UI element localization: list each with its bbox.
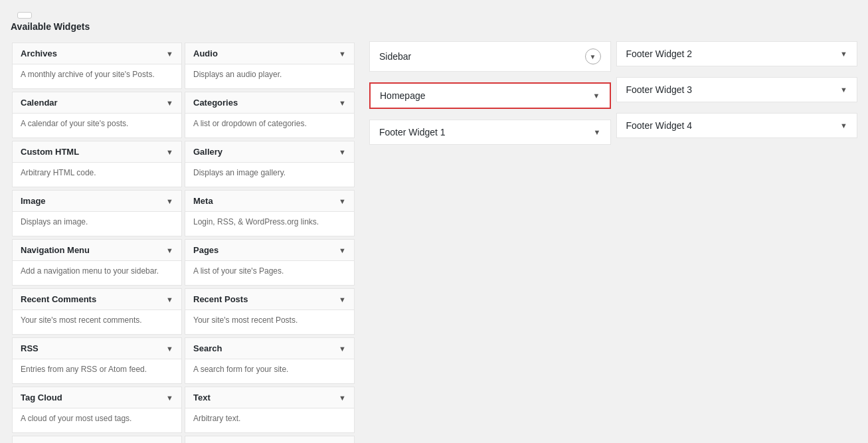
widget-header[interactable]: Archives ▼ — [13, 43, 181, 64]
widget-chevron-icon: ▼ — [166, 50, 173, 58]
widget-item: Recent Posts ▼ Your site's most recent P… — [185, 288, 355, 335]
widget-desc: Your site's most recent Posts. — [185, 310, 354, 334]
widget-header[interactable]: Text ▼ — [185, 387, 354, 408]
available-widgets-title: Available Widgets — [0, 21, 868, 33]
widget-item: Pages ▼ A list of your site's Pages. — [185, 239, 355, 286]
sidebar-area-footer-widget-1[interactable]: Footer Widget 1 ▼ — [369, 120, 611, 145]
sidebar-area-footer-widget-3[interactable]: Footer Widget 3 ▼ — [616, 77, 858, 102]
widget-name: Archives — [21, 48, 57, 58]
widget-item: Tag Cloud ▼ A cloud of your most used ta… — [12, 387, 182, 433]
widget-item: Recent Comments ▼ Your site's most recen… — [12, 288, 182, 335]
widget-item: Categories ▼ A list or dropdown of categ… — [185, 92, 355, 138]
widget-item: Text ▼ Arbitrary text. — [185, 387, 355, 433]
widget-chevron-icon: ▼ — [166, 246, 173, 254]
widget-desc: Arbitrary text. — [185, 408, 354, 432]
sidebar-area-footer-widget-4[interactable]: Footer Widget 4 ▼ — [616, 113, 858, 138]
widget-header[interactable]: Recent Posts ▼ — [185, 289, 354, 310]
widget-name: Text — [193, 393, 211, 402]
widget-item: Audio ▼ Displays an audio player. — [185, 43, 355, 89]
widget-chevron-icon: ▼ — [339, 50, 346, 58]
widget-chevron-icon: ▼ — [339, 296, 346, 304]
widget-item: Image ▼ Displays an image. — [12, 190, 182, 236]
widget-desc: A list of your site's Pages. — [185, 261, 354, 285]
widget-header[interactable]: Custom HTML ▼ — [13, 141, 181, 163]
widget-header[interactable]: Calendar ▼ — [13, 92, 181, 114]
widget-header[interactable]: RSS ▼ — [13, 338, 181, 359]
widget-header[interactable]: Gallery ▼ — [185, 141, 354, 163]
sidebar-chevron-icon: ▼ — [840, 86, 847, 94]
widget-item: Custom HTML ▼ Arbitrary HTML code. — [12, 141, 182, 187]
widget-item: Meta ▼ Login, RSS, & WordPress.org links… — [185, 190, 355, 236]
widget-chevron-icon: ▼ — [166, 394, 173, 402]
widget-header[interactable]: Audio ▼ — [185, 43, 354, 64]
widget-name: Tag Cloud — [21, 393, 62, 402]
widget-chevron-icon: ▼ — [339, 394, 346, 402]
widget-item: Calendar ▼ A calendar of your site's pos… — [12, 92, 182, 138]
sidebar-area-footer-widget-2[interactable]: Footer Widget 2 ▼ — [616, 41, 858, 66]
widget-name: Image — [21, 196, 46, 206]
widget-header[interactable]: Image ▼ — [13, 191, 181, 212]
widget-desc: A calendar of your site's posts. — [13, 114, 181, 137]
widget-desc: Displays an image. — [13, 212, 181, 236]
page-header — [0, 5, 868, 21]
sidebar-area-name: Footer Widget 3 — [626, 84, 693, 95]
widget-name: Audio — [193, 48, 218, 58]
widget-desc: A list or dropdown of categories. — [185, 114, 354, 137]
manage-live-preview-button[interactable] — [17, 12, 32, 19]
sidebar-areas-grid: Sidebar ▼ Homepage ▼ Footer Widget 1 ▼ F… — [369, 41, 857, 150]
top-bar — [0, 0, 868, 5]
widget-item: Video ▼ — [12, 436, 182, 443]
widget-header[interactable]: Navigation Menu ▼ — [13, 240, 181, 261]
widget-chevron-icon: ▼ — [166, 99, 173, 107]
widget-item: Search ▼ A search form for your site. — [185, 337, 355, 384]
widget-desc: Displays an audio player. — [185, 64, 354, 88]
widgets-panel: Archives ▼ A monthly archive of your sit… — [11, 41, 356, 443]
sidebar-area-name: Homepage — [380, 90, 426, 101]
widget-name: Navigation Menu — [21, 245, 90, 255]
widget-desc: A search form for your site. — [185, 359, 354, 383]
widget-name: RSS — [21, 343, 39, 353]
sidebar-circle-btn[interactable]: ▼ — [585, 48, 601, 64]
widget-item: [Shapely] Call for Action Section For Fr… — [185, 436, 355, 443]
widget-desc: Arbitrary HTML code. — [13, 163, 181, 187]
widget-header[interactable]: Tag Cloud ▼ — [13, 387, 181, 408]
widget-header[interactable]: Categories ▼ — [185, 92, 354, 114]
sidebar-chevron-icon: ▼ — [593, 92, 600, 100]
widget-chevron-icon: ▼ — [339, 99, 346, 107]
widget-desc: A cloud of your most used tags. — [13, 408, 181, 432]
widget-header[interactable]: Video ▼ — [13, 436, 181, 443]
widget-header[interactable]: Recent Comments ▼ — [13, 289, 181, 310]
widget-desc: A monthly archive of your site's Posts. — [13, 64, 181, 88]
main-layout: Archives ▼ A monthly archive of your sit… — [0, 41, 868, 443]
widget-chevron-icon: ▼ — [166, 296, 173, 304]
widget-header[interactable]: [Shapely] Call for Action Section For Fr… — [185, 436, 354, 443]
sidebar-chevron-icon: ▼ — [840, 122, 847, 130]
widget-chevron-icon: ▼ — [166, 345, 173, 353]
widget-chevron-icon: ▼ — [339, 148, 346, 156]
widget-chevron-icon: ▼ — [339, 345, 346, 353]
widget-name: Categories — [193, 98, 238, 108]
widget-chevron-icon: ▼ — [166, 148, 173, 156]
sidebar-chevron-icon: ▼ — [594, 128, 601, 136]
sidebar-right-col: Footer Widget 2 ▼ Footer Widget 3 ▼ Foot… — [616, 41, 858, 150]
subtitle — [0, 33, 868, 41]
widget-name: Meta — [193, 196, 213, 206]
widget-name: Search — [193, 343, 222, 353]
sidebars-panel: Sidebar ▼ Homepage ▼ Footer Widget 1 ▼ F… — [356, 41, 857, 443]
widget-chevron-icon: ▼ — [166, 197, 173, 205]
widget-desc: Login, RSS, & WordPress.org links. — [185, 212, 354, 236]
widget-header[interactable]: Meta ▼ — [185, 191, 354, 212]
widget-name: Custom HTML — [21, 147, 79, 157]
sidebar-area-sidebar[interactable]: Sidebar ▼ — [369, 41, 611, 72]
widget-header[interactable]: Search ▼ — [185, 338, 354, 359]
sidebar-area-name: Footer Widget 2 — [626, 48, 693, 59]
sidebar-area-homepage[interactable]: Homepage ▼ — [369, 82, 611, 109]
widget-header[interactable]: Pages ▼ — [185, 240, 354, 261]
sidebar-area-name: Footer Widget 1 — [379, 127, 446, 137]
widget-chevron-icon: ▼ — [339, 197, 346, 205]
widget-item: RSS ▼ Entries from any RSS or Atom feed. — [12, 337, 182, 384]
widget-name: Pages — [193, 245, 218, 255]
widget-item: Archives ▼ A monthly archive of your sit… — [12, 43, 182, 89]
widget-name: Recent Comments — [21, 294, 96, 304]
sidebar-area-name: Sidebar — [379, 51, 411, 62]
